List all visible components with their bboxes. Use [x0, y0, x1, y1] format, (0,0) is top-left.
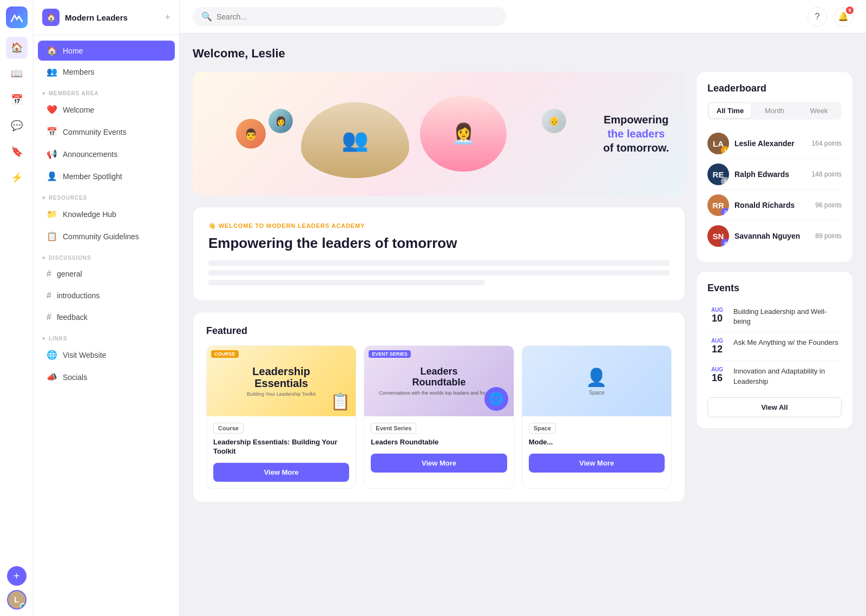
- event-name-2: Innovation and Adaptability in Leadershi…: [733, 366, 842, 386]
- help-button[interactable]: ?: [808, 7, 827, 27]
- event-day-1: 12: [712, 344, 723, 355]
- icon-bar: 🏠 📖 📅 💬 🔖 ⚡ + L: [0, 0, 34, 616]
- event-row-2: AUG 16 Innovation and Adaptability in Le…: [707, 361, 842, 391]
- lb-name-0: Leslie Alexander: [734, 139, 806, 148]
- icon-bar-lightning[interactable]: ⚡: [6, 167, 28, 188]
- nav-member-spotlight[interactable]: 👤 Member Spotlight: [38, 166, 175, 186]
- event-day-2: 16: [712, 372, 723, 384]
- lb-avatar-2: RR 3: [707, 194, 729, 216]
- nav-socials[interactable]: 📣 Socials: [38, 367, 175, 387]
- event-date-0: AUG 10: [707, 307, 727, 326]
- collapse-icon-resources: ▾: [42, 195, 45, 201]
- event-tag-1: EVENT SERIES: [369, 350, 411, 358]
- text-placeholder-2: [208, 270, 670, 276]
- links-label: ▾ Links: [34, 328, 179, 344]
- view-more-button-1[interactable]: View More: [371, 454, 507, 473]
- notifications-button[interactable]: 🔔 9: [834, 7, 853, 27]
- featured-grid: COURSE LeadershipEssentials Building You…: [206, 345, 672, 489]
- card-badge-0: Course: [213, 423, 244, 434]
- icon-bar-book[interactable]: 📖: [6, 63, 28, 84]
- rank-badge-2: 3: [721, 208, 729, 216]
- events-card: Events AUG 10 Building Leadership and We…: [696, 271, 853, 429]
- sidebar-community[interactable]: 🏠 Modern Leaders: [42, 9, 128, 26]
- leaderboard-row-0: LA 1 Leslie Alexander 164 points: [707, 128, 842, 159]
- user-avatar[interactable]: L: [7, 590, 27, 610]
- event-name-0: Building Leadership and Well-being: [733, 307, 842, 326]
- members-area-label: ▾ Members Area: [34, 83, 179, 99]
- right-sidebar: Leaderboard All Time Month Week LA 1 Le: [696, 71, 853, 603]
- nav-general[interactable]: # general: [38, 264, 175, 284]
- view-more-button-0[interactable]: View More: [213, 463, 349, 482]
- left-column: 👨 👩 👥: [193, 71, 685, 603]
- nav-community-guidelines[interactable]: 📋 Community Guidelines: [38, 226, 175, 246]
- view-more-button-2[interactable]: View More: [529, 454, 665, 473]
- event-month-0: AUG: [711, 307, 723, 313]
- event-day-0: 10: [712, 313, 723, 324]
- lb-name-1: Ralph Edwards: [734, 170, 806, 179]
- nav-visit-website[interactable]: 🌐 Visit Website: [38, 345, 175, 365]
- nav-welcome[interactable]: ❤️ Welcome: [38, 100, 175, 120]
- content-area: Welcome, Leslie 👨: [180, 34, 866, 616]
- hero-card: 👨 👩 👥: [193, 71, 685, 196]
- event-date-1: AUG 12: [707, 338, 727, 355]
- lb-tab-week[interactable]: Week: [798, 103, 840, 118]
- event-row-0: AUG 10 Building Leadership and Well-bein…: [707, 302, 842, 332]
- text-placeholder-3: [208, 280, 485, 285]
- text-placeholder-1: [208, 260, 670, 266]
- topbar-right: ? 🔔 9: [808, 7, 853, 27]
- lb-tab-alltime[interactable]: All Time: [709, 103, 751, 118]
- nav-visit-website-label: Visit Website: [63, 351, 106, 359]
- nav-knowledge-hub[interactable]: 📁 Knowledge Hub: [38, 204, 175, 224]
- nav-introductions[interactable]: # introductions: [38, 286, 175, 305]
- leaderboard-title: Leaderboard: [707, 83, 842, 94]
- event-month-2: AUG: [711, 366, 723, 372]
- search-input[interactable]: [216, 12, 498, 21]
- main-content: 🔍 ? 🔔 9 Welcome, Leslie: [180, 0, 866, 616]
- lb-name-3: Savannah Nguyen: [734, 232, 810, 240]
- card-content-1: Event Series Leaders Roundtable View Mor…: [364, 416, 513, 479]
- discussions-label: ▾ Discussions: [34, 247, 179, 263]
- featured-title: Featured: [206, 325, 672, 337]
- lb-avatar-0: LA 1: [707, 133, 729, 154]
- rank-badge-0: 1: [721, 146, 729, 154]
- card-badge-2: Space: [529, 423, 556, 434]
- nav-feedback[interactable]: # feedback: [38, 307, 175, 327]
- icon-bar-bookmark[interactable]: 🔖: [6, 141, 28, 162]
- sidebar-add-button[interactable]: +: [165, 12, 170, 23]
- icon-bar-calendar[interactable]: 📅: [6, 89, 28, 110]
- content-grid: 👨 👩 👥: [193, 71, 853, 603]
- lb-info-1: Ralph Edwards: [734, 170, 806, 179]
- rank-badge-3: 4: [721, 239, 729, 247]
- rank-badge-1: 2: [721, 177, 729, 185]
- event-name-1: Ask Me Anything w/ the Founders: [733, 338, 838, 355]
- icon-bar-chat[interactable]: 💬: [6, 115, 28, 136]
- event-row-1: AUG 12 Ask Me Anything w/ the Founders: [707, 332, 842, 361]
- lb-avatar-1: RE 2: [707, 163, 729, 185]
- add-button[interactable]: +: [7, 566, 27, 586]
- nav-socials-label: Socials: [63, 373, 87, 382]
- nav-home[interactable]: 🏠 Home: [38, 41, 175, 61]
- collapse-icon-links: ▾: [42, 336, 45, 342]
- lb-tab-month[interactable]: Month: [753, 103, 796, 118]
- nav-members[interactable]: 👥 Members: [38, 62, 175, 82]
- lb-info-3: Savannah Nguyen: [734, 232, 810, 240]
- topbar: 🔍 ? 🔔 9: [180, 0, 866, 34]
- online-indicator: [20, 603, 25, 608]
- lb-points-3: 89 points: [815, 232, 842, 240]
- nav-announcements[interactable]: 📢 Announcements: [38, 144, 175, 164]
- resources-label: ▾ Resources: [34, 187, 179, 203]
- nav-community-events[interactable]: 📅 Community Events: [38, 122, 175, 142]
- nav-community-events-label: Community Events: [63, 128, 126, 136]
- leaderboard-tabs: All Time Month Week: [707, 102, 842, 120]
- nav-announcements-label: Announcements: [63, 150, 117, 159]
- help-icon: ?: [815, 12, 820, 22]
- icon-bar-home[interactable]: 🏠: [6, 37, 28, 58]
- events-title: Events: [707, 283, 842, 294]
- leaderboard-row-1: RE 2 Ralph Edwards 148 points: [707, 159, 842, 190]
- leaderboard-row-3: SN 4 Savannah Nguyen 89 points: [707, 221, 842, 251]
- view-all-button[interactable]: View All: [707, 397, 842, 417]
- page-title: Welcome, Leslie: [193, 47, 853, 61]
- app-logo[interactable]: [6, 6, 28, 28]
- card-image-0: COURSE LeadershipEssentials Building You…: [207, 346, 356, 416]
- search-bar[interactable]: 🔍: [193, 7, 507, 26]
